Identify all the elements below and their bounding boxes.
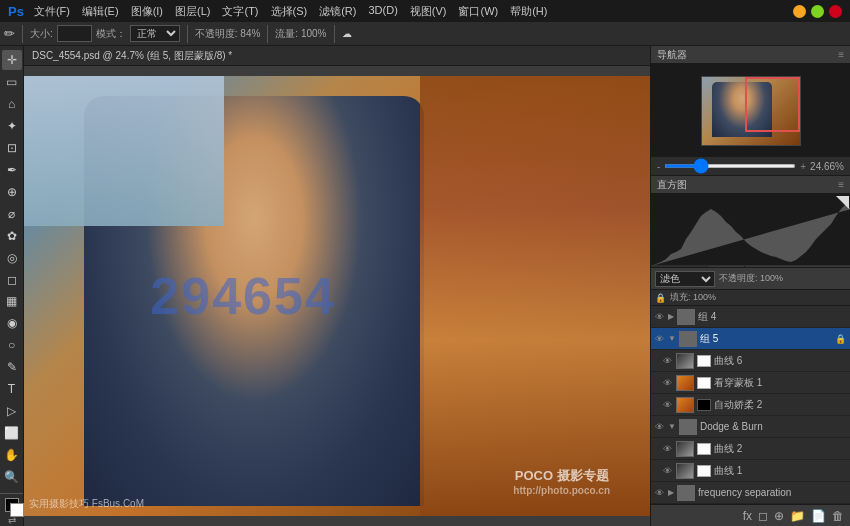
path-select-tool[interactable]: ▷	[2, 401, 22, 421]
layer-curve2[interactable]: 👁 曲线 2	[651, 438, 850, 460]
lock-icon-g5: 🔒	[835, 334, 846, 344]
menu-filter[interactable]: 滤镜(R)	[319, 4, 356, 19]
layer-adj-btn[interactable]: ⊕	[774, 509, 784, 523]
mode-select[interactable]: 正常	[130, 25, 180, 42]
menu-layer[interactable]: 图层(L)	[175, 4, 210, 19]
crop-tool[interactable]: ⊡	[2, 138, 22, 158]
layer-name-st: 看穿蒙板 1	[714, 376, 846, 390]
main-area: ✛ ▭ ⌂ ✦ ⊡ ✒ ⊕ ⌀ ✿ ◎ ◻ ▦ ◉ ○ ✎ T ▷ ⬜ ✋ 🔍 …	[0, 46, 850, 526]
brick-wall	[420, 76, 650, 516]
brush-icon[interactable]: ✏	[4, 26, 15, 41]
eraser-tool[interactable]: ◻	[2, 270, 22, 290]
clone-tool[interactable]: ✿	[2, 226, 22, 246]
healing-tool[interactable]: ⊕	[2, 182, 22, 202]
layer-mask-st	[697, 377, 711, 389]
zoom-tool[interactable]: 🔍	[2, 467, 22, 487]
pen-tool[interactable]: ✎	[2, 357, 22, 377]
expand-icon-fs[interactable]: ▶	[668, 488, 674, 497]
select-rect-tool[interactable]: ▭	[2, 72, 22, 92]
layer-curve1[interactable]: 👁 曲线 1	[651, 460, 850, 482]
expand-icon-g5[interactable]: ▼	[668, 334, 676, 343]
eye-icon-st[interactable]: 👁	[661, 377, 673, 389]
histogram-panel: 直方图 ≡	[651, 176, 850, 266]
hand-tool[interactable]: ✋	[2, 445, 22, 465]
nav-thumb-viewport-box	[745, 77, 800, 132]
menu-help[interactable]: 帮助(H)	[510, 4, 547, 19]
nav-zoom-bar: - + 24.66%	[651, 157, 850, 175]
eye-icon-db[interactable]: 👁	[653, 421, 665, 433]
canvas-container[interactable]: 294654 POCO 摄影专题 http://photo.poco.cn 实用…	[24, 66, 650, 526]
expand-icon-db[interactable]: ▼	[668, 422, 676, 431]
minimize-button[interactable]	[793, 5, 806, 18]
layer-thumb-cv1	[676, 463, 694, 479]
layer-mask-as	[697, 399, 711, 411]
zoom-in-icon[interactable]: +	[800, 161, 806, 172]
layer-thumb-as	[676, 397, 694, 413]
canvas-tab[interactable]: DSC_4554.psd @ 24.7% (组 5, 图层蒙版/8) *	[24, 46, 650, 66]
eyedropper-tool[interactable]: ✒	[2, 160, 22, 180]
menu-bar[interactable]: 文件(F) 编辑(E) 图像(I) 图层(L) 文字(T) 选择(S) 滤镜(R…	[34, 4, 548, 19]
expand-icon-g4[interactable]: ▶	[668, 312, 674, 321]
menu-view[interactable]: 视图(V)	[410, 4, 447, 19]
eye-icon-fs[interactable]: 👁	[653, 487, 665, 499]
poco-url: http://photo.poco.cn	[513, 485, 610, 496]
close-button[interactable]	[829, 5, 842, 18]
layer-group4[interactable]: 👁 ▶ 组 4	[651, 306, 850, 328]
blend-mode-select[interactable]: 滤色	[655, 271, 715, 287]
gradient-tool[interactable]: ▦	[2, 291, 22, 311]
layer-thumb-db	[679, 419, 697, 435]
layer-curve6[interactable]: 👁 曲线 6	[651, 350, 850, 372]
dodge-tool[interactable]: ○	[2, 335, 22, 355]
lasso-tool[interactable]: ⌂	[2, 94, 22, 114]
layer-fx-btn[interactable]: fx	[743, 509, 752, 523]
eye-icon-g5[interactable]: 👁	[653, 333, 665, 345]
menu-edit[interactable]: 编辑(E)	[82, 4, 119, 19]
eye-icon-as[interactable]: 👁	[661, 399, 673, 411]
layer-new-btn[interactable]: 📄	[811, 509, 826, 523]
magic-wand-tool[interactable]: ✦	[2, 116, 22, 136]
zoom-out-icon[interactable]: -	[657, 161, 660, 172]
layer-thumb-g4	[677, 309, 695, 325]
layer-dodge-burn[interactable]: 👁 ▼ Dodge & Burn	[651, 416, 850, 438]
menu-image[interactable]: 图像(I)	[131, 4, 163, 19]
size-input[interactable]: 250	[57, 25, 92, 42]
maximize-button[interactable]	[811, 5, 824, 18]
layers-toolbar: 滤色 不透明度: 100%	[651, 268, 850, 290]
menu-text[interactable]: 文字(T)	[222, 4, 258, 19]
menu-window[interactable]: 窗口(W)	[458, 4, 498, 19]
menu-3d[interactable]: 3D(D)	[368, 4, 397, 19]
layers-footer: fx ◻ ⊕ 📁 📄 🗑	[651, 504, 850, 526]
layer-name-as: 自动娇柔 2	[714, 398, 846, 412]
layer-group5[interactable]: 👁 ▼ 组 5 🔒	[651, 328, 850, 350]
move-tool[interactable]: ✛	[2, 50, 22, 70]
zoom-slider[interactable]	[664, 164, 796, 168]
eye-icon-g4[interactable]: 👁	[653, 311, 665, 323]
menu-select[interactable]: 选择(S)	[271, 4, 308, 19]
layer-mask-c6	[697, 355, 711, 367]
layer-auto-soft[interactable]: 👁 自动娇柔 2	[651, 394, 850, 416]
layer-delete-btn[interactable]: 🗑	[832, 509, 844, 523]
text-tool[interactable]: T	[2, 379, 22, 399]
eye-icon-cv2[interactable]: 👁	[661, 443, 673, 455]
layer-seethrough[interactable]: 👁 看穿蒙板 1	[651, 372, 850, 394]
navigator-menu-icon[interactable]: ≡	[838, 49, 844, 60]
toolbar: ✏ 大小: 250 模式： 正常 不透明度: 84% 流量: 100% ☁	[0, 22, 850, 46]
eye-icon-c6[interactable]: 👁	[661, 355, 673, 367]
lock-icon: 🔒	[655, 293, 666, 303]
layer-mask-btn[interactable]: ◻	[758, 509, 768, 523]
brush-tool[interactable]: ⌀	[2, 204, 22, 224]
layer-name-db: Dodge & Burn	[700, 421, 846, 432]
layer-freq-sep[interactable]: 👁 ▶ frequency separation	[651, 482, 850, 504]
airbrush-icon[interactable]: ☁	[342, 28, 352, 39]
history-brush-tool[interactable]: ◎	[2, 248, 22, 268]
shape-tool[interactable]: ⬜	[2, 423, 22, 443]
histogram-menu-icon[interactable]: ≡	[838, 179, 844, 190]
eye-icon-cv1[interactable]: 👁	[661, 465, 673, 477]
layers-fill-row: 🔒 填充: 100%	[651, 290, 850, 306]
menu-file[interactable]: 文件(F)	[34, 4, 70, 19]
blur-tool[interactable]: ◉	[2, 313, 22, 333]
foreground-color[interactable]	[5, 498, 19, 512]
nav-thumbnail[interactable]	[701, 76, 801, 146]
layer-group-btn[interactable]: 📁	[790, 509, 805, 523]
sky-area	[24, 76, 224, 226]
